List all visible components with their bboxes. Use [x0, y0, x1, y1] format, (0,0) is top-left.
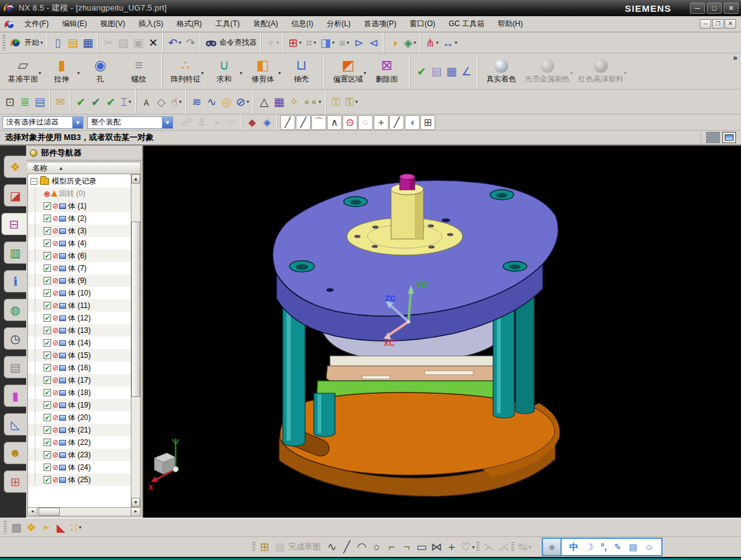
tree-item-body[interactable]: ✔ ⊘ 体 (17): [28, 374, 131, 386]
render-style-icon[interactable]: [706, 132, 720, 143]
appearance-style-button[interactable]: ◇: [154, 95, 169, 110]
visibility-checkbox[interactable]: ✔: [44, 464, 51, 471]
quick-extend-button[interactable]: ⋌: [496, 539, 511, 554]
snap-control-point-button[interactable]: ⌒: [311, 115, 326, 130]
name-column-header[interactable]: 名称 ▲: [27, 162, 141, 174]
tree-item-body[interactable]: ✔ ⊘ 体 (3): [28, 225, 131, 237]
point-set-folder-button[interactable]: ✧: [286, 95, 301, 110]
layer-visible-button[interactable]: ≣: [17, 95, 32, 110]
start-menu-button[interactable]: 开始 ▾: [7, 35, 45, 50]
move-component-button[interactable]: ➣: [39, 520, 54, 535]
point-button[interactable]: ＋: [444, 539, 459, 554]
datum-plane-button[interactable]: ▱基准平面▾: [4, 55, 42, 88]
scroll-down-icon[interactable]: ▼: [131, 498, 140, 507]
dropdown-arrow-icon[interactable]: ▼: [162, 117, 172, 128]
menu-assemblies[interactable]: 装配(A): [247, 17, 283, 30]
shell-button[interactable]: ⊔抽壳: [282, 55, 321, 88]
fullscreen-icon[interactable]: [722, 132, 736, 143]
background-button[interactable]: ■▾: [336, 35, 351, 50]
show-feature-check-button[interactable]: ✔: [88, 95, 103, 110]
snap-arc-center-button[interactable]: ⊙: [342, 115, 357, 130]
tree-item-body[interactable]: ✔ ⊘ 体 (6): [28, 250, 131, 262]
circle-button[interactable]: ○: [369, 539, 384, 554]
tree-item-model-history[interactable]: − 模型历史记录: [28, 175, 131, 187]
feature-playback-button[interactable]: ▤: [429, 64, 444, 79]
toolbar-drag-handle[interactable]: [511, 542, 514, 552]
magenta-knob[interactable]: [400, 174, 415, 190]
snap-point-on-curve-button[interactable]: ╱: [389, 115, 404, 130]
menu-window[interactable]: 窗口(O): [404, 17, 441, 30]
scrollbar-thumb[interactable]: [39, 508, 60, 516]
toolbar-drag-handle[interactable]: [476, 542, 479, 552]
sketch-preview-button[interactable]: ▩: [272, 539, 287, 554]
tree-vertical-scrollbar[interactable]: ▲ ▼: [131, 174, 140, 507]
snap-endpoint-button[interactable]: ╱: [280, 115, 295, 130]
show-hide-plane-button[interactable]: ⊳: [351, 35, 366, 50]
chamfer-button[interactable]: ¬: [399, 539, 414, 554]
scroll-right-icon[interactable]: ▸: [131, 508, 140, 516]
visibility-checkbox[interactable]: ✔: [44, 227, 51, 235]
sort-ascending-icon[interactable]: ▲: [59, 166, 64, 171]
roles-tab[interactable]: ◺: [4, 413, 26, 436]
washer-button[interactable]: ◎: [219, 95, 234, 110]
tree-item-body[interactable]: ✔ ⊘ 体 (9): [28, 274, 131, 287]
visibility-checkbox[interactable]: ✔: [44, 215, 51, 222]
table-tolerance-button[interactable]: ▦: [271, 95, 286, 110]
tree-item-body[interactable]: ✔ ⊘ 体 (2): [28, 212, 131, 225]
tree-item-body[interactable]: ✔ ⊘ 体 (25): [28, 474, 131, 486]
extrude-button[interactable]: ▮拉伸▾: [42, 55, 81, 88]
visibility-checkbox[interactable]: ✔: [44, 314, 51, 322]
selection-scope-dropdown[interactable]: 整个装配 ▼: [87, 116, 173, 129]
ime-punctuation-button[interactable]: °,: [597, 542, 611, 552]
scroll-up-icon[interactable]: ▲: [131, 174, 140, 184]
true-shading-button[interactable]: 真实着色: [482, 55, 521, 88]
lock-feature-button[interactable]: ⚿: [329, 95, 344, 110]
window-scene-tab[interactable]: ⊞: [4, 470, 26, 493]
select-window-button[interactable]: ⊡: [2, 95, 17, 110]
layer-settings-button[interactable]: ▤: [32, 95, 47, 110]
part-navigator-tab[interactable]: ⊟: [1, 213, 26, 235]
tree-item-body[interactable]: ✔ ⊘ 体 (23): [28, 449, 131, 461]
toolbar-overflow-chevron[interactable]: »: [729, 54, 741, 62]
history-tab[interactable]: ◷: [4, 327, 26, 350]
red-gloss-plastic-button[interactable]: 红色高泽塑料▾: [574, 55, 628, 88]
visibility-checkbox[interactable]: ✔: [44, 426, 51, 434]
pattern-component-button[interactable]: ∷▾: [68, 520, 83, 535]
visibility-checkbox[interactable]: ✔: [44, 252, 51, 259]
sketch-in-task-env-button[interactable]: ⊞: [257, 539, 272, 554]
dropdown-arrow-icon[interactable]: ▼: [72, 117, 83, 128]
ime-halfmoon-button[interactable]: ☽: [582, 542, 597, 552]
fit-view-button[interactable]: ⊞▾: [286, 35, 303, 50]
visibility-checkbox[interactable]: ✔: [44, 476, 51, 483]
sync-modeling-check-button[interactable]: ✔: [414, 64, 429, 79]
visibility-checkbox[interactable]: ✔: [44, 376, 51, 384]
save-button[interactable]: ▦: [80, 35, 95, 50]
toolbar-drag-handle[interactable]: [2, 35, 6, 50]
menu-information[interactable]: 信息(I): [286, 17, 319, 30]
add-component-button[interactable]: ❖: [24, 520, 39, 535]
show-body-check-button[interactable]: ✔: [73, 95, 88, 110]
visibility-checkbox[interactable]: ✔: [44, 289, 51, 297]
visibility-checkbox[interactable]: ✔: [44, 364, 51, 371]
visibility-checkbox[interactable]: ✔: [44, 202, 51, 210]
assembly-3d-model[interactable]: YC ZC XC X: [143, 146, 741, 518]
ime-tools-button[interactable]: ✎: [610, 542, 625, 552]
ime-logo-icon[interactable]: ☻: [543, 539, 562, 555]
tree-item-body[interactable]: ✔ ⊘ 体 (19): [28, 399, 131, 411]
annotation-note-button[interactable]: ✉: [53, 95, 68, 110]
highlight-box-button[interactable]: ◈: [260, 115, 275, 130]
snap-intersection-button[interactable]: ∧: [327, 115, 342, 130]
center-cylinder[interactable]: [391, 184, 423, 239]
line-button[interactable]: ╱: [339, 539, 354, 554]
visibility-checkbox[interactable]: ✔: [44, 352, 51, 359]
command-finder-button[interactable]: 命令查找器: [204, 35, 258, 50]
display-mode-button[interactable]: ⌗▾: [303, 35, 318, 50]
visibility-checkbox[interactable]: ✔: [44, 339, 51, 347]
tree-item-body[interactable]: ✔ ⊘ 体 (13): [28, 324, 131, 337]
process-studio-tab[interactable]: ▤: [4, 356, 26, 378]
open-file-button[interactable]: ▤: [65, 35, 80, 50]
counterbore-hole-top-left[interactable]: [344, 197, 367, 207]
polygon-button[interactable]: ⋈: [429, 539, 444, 554]
collapse-icon[interactable]: −: [31, 178, 37, 185]
small-hole-2[interactable]: [326, 288, 334, 292]
